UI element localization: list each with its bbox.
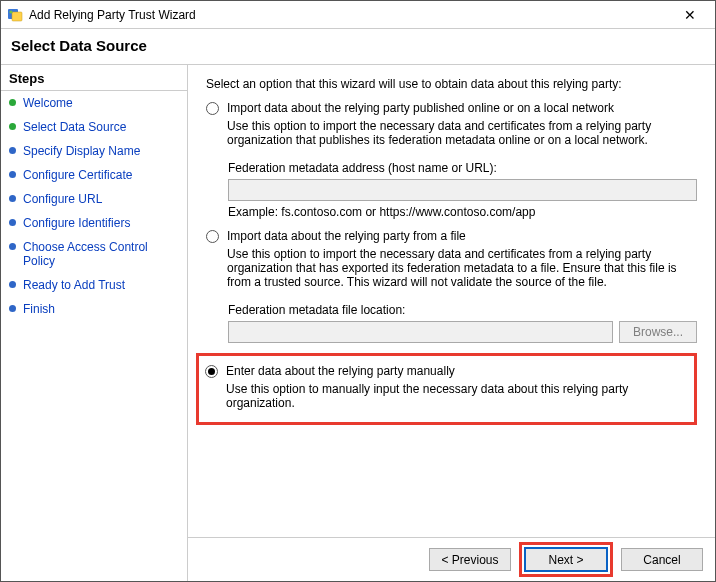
radio-manual[interactable]: [205, 365, 218, 378]
option-manual-highlight: Enter data about the relying party manua…: [196, 353, 697, 425]
option-import-file-desc: Use this option to import the necessary …: [227, 247, 697, 289]
previous-button[interactable]: < Previous: [429, 548, 511, 571]
option-manual-desc: Use this option to manually input the ne…: [226, 382, 684, 410]
browse-button: Browse...: [619, 321, 697, 343]
step-select-data-source[interactable]: Select Data Source: [1, 115, 187, 139]
radio-import-file[interactable]: [206, 230, 219, 243]
step-label: Specify Display Name: [23, 144, 179, 158]
titlebar: Add Relying Party Trust Wizard ✕: [1, 1, 715, 29]
steps-header: Steps: [1, 69, 187, 91]
step-bullet-icon: [9, 243, 16, 250]
app-icon: [7, 7, 23, 23]
step-bullet-icon: [9, 219, 16, 226]
metadata-file-label: Federation metadata file location:: [228, 303, 697, 317]
step-label: Finish: [23, 302, 179, 316]
step-bullet-icon: [9, 171, 16, 178]
step-label: Welcome: [23, 96, 179, 110]
step-bullet-icon: [9, 195, 16, 202]
option-import-file: Import data about the relying party from…: [206, 229, 697, 343]
option-import-online: Import data about the relying party publ…: [206, 101, 697, 219]
wizard-footer: < Previous Next > Cancel: [188, 537, 715, 581]
metadata-file-input: [228, 321, 613, 343]
step-bullet-icon: [9, 147, 16, 154]
step-bullet-icon: [9, 99, 16, 106]
intro-text: Select an option that this wizard will u…: [206, 77, 697, 91]
svg-point-2: [9, 10, 12, 13]
step-welcome[interactable]: Welcome: [1, 91, 187, 115]
step-specify-display-name[interactable]: Specify Display Name: [1, 139, 187, 163]
metadata-url-label: Federation metadata address (host name o…: [228, 161, 697, 175]
window-title: Add Relying Party Trust Wizard: [29, 8, 671, 22]
step-label: Configure Identifiers: [23, 216, 179, 230]
step-ready-to-add-trust[interactable]: Ready to Add Trust: [1, 273, 187, 297]
option-import-online-desc: Use this option to import the necessary …: [227, 119, 697, 147]
metadata-url-input: [228, 179, 697, 201]
page-title: Select Data Source: [1, 29, 715, 65]
step-label: Configure URL: [23, 192, 179, 206]
step-label: Select Data Source: [23, 120, 179, 134]
step-configure-identifiers[interactable]: Configure Identifiers: [1, 211, 187, 235]
step-bullet-icon: [9, 281, 16, 288]
step-configure-url[interactable]: Configure URL: [1, 187, 187, 211]
wizard-window: Add Relying Party Trust Wizard ✕ Select …: [0, 0, 716, 582]
next-button[interactable]: Next >: [525, 548, 607, 571]
option-manual: Enter data about the relying party manua…: [205, 364, 684, 410]
next-button-highlight: Next >: [519, 542, 613, 577]
step-finish[interactable]: Finish: [1, 297, 187, 321]
cancel-button[interactable]: Cancel: [621, 548, 703, 571]
metadata-url-hint: Example: fs.contoso.com or https://www.c…: [228, 205, 697, 219]
close-button[interactable]: ✕: [671, 2, 709, 28]
option-manual-title: Enter data about the relying party manua…: [226, 364, 684, 378]
content-area: Select an option that this wizard will u…: [188, 65, 715, 537]
option-import-online-title: Import data about the relying party publ…: [227, 101, 697, 115]
step-bullet-icon: [9, 305, 16, 312]
step-label: Choose Access Control Policy: [23, 240, 179, 268]
steps-sidebar: Steps Welcome Select Data Source Specify…: [1, 65, 188, 581]
radio-import-online[interactable]: [206, 102, 219, 115]
close-icon: ✕: [684, 7, 696, 23]
step-bullet-icon: [9, 123, 16, 130]
option-import-file-title: Import data about the relying party from…: [227, 229, 697, 243]
svg-rect-1: [12, 12, 22, 21]
step-configure-certificate[interactable]: Configure Certificate: [1, 163, 187, 187]
step-choose-access-control-policy[interactable]: Choose Access Control Policy: [1, 235, 187, 273]
step-label: Ready to Add Trust: [23, 278, 179, 292]
main-panel: Select an option that this wizard will u…: [188, 65, 715, 581]
step-label: Configure Certificate: [23, 168, 179, 182]
